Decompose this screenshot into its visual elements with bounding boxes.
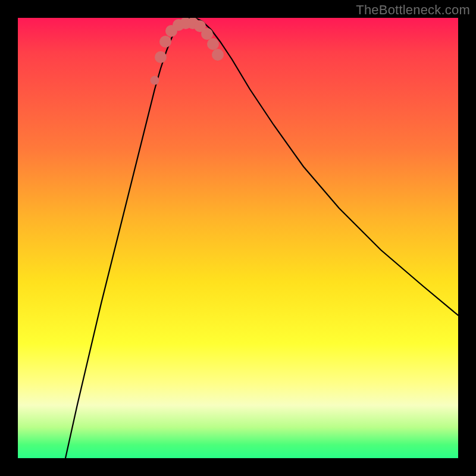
beaded-link xyxy=(151,18,224,85)
plot-area xyxy=(18,18,458,458)
watermark-text: TheBottleneck.com xyxy=(356,2,470,18)
bead-point xyxy=(201,28,213,40)
curve-layer xyxy=(18,18,458,458)
bead-point xyxy=(151,76,159,85)
bead-point xyxy=(159,36,171,48)
bead-point xyxy=(207,38,219,50)
bead-point xyxy=(155,51,167,63)
bottleneck-curve xyxy=(65,18,458,458)
bead-point xyxy=(212,49,224,61)
chart-frame: TheBottleneck.com xyxy=(0,0,476,476)
